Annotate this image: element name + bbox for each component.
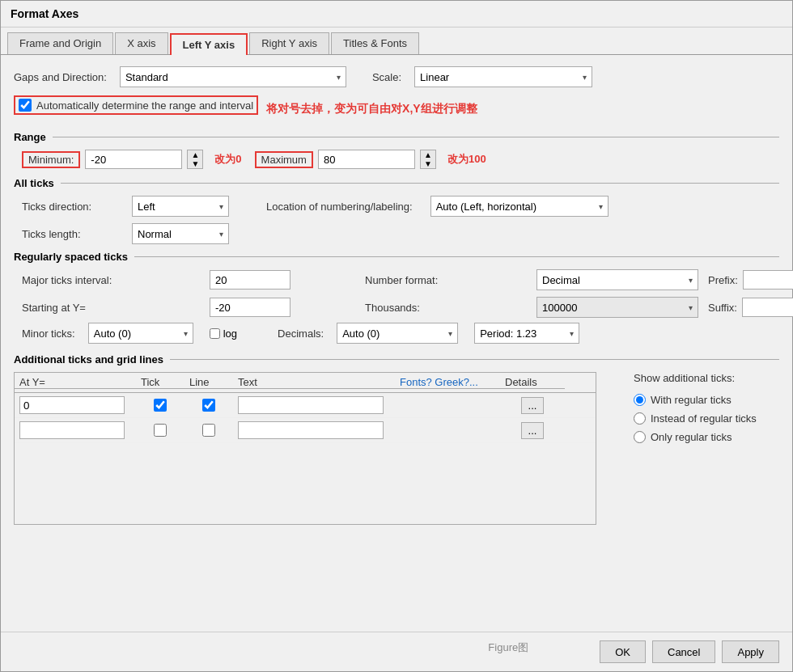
minimum-spinner[interactable]: ▲ ▼ [187,150,203,169]
auto-checkbox-container: Automatically determine the range and in… [14,95,258,115]
maximum-spinner[interactable]: ▲ ▼ [420,150,436,169]
period-select[interactable]: Period: 1.23 ▾ [474,323,579,344]
number-format-select[interactable]: Decimal ▾ [536,269,698,290]
ticks-length-arrow-icon: ▾ [219,230,223,239]
maximum-input[interactable] [318,150,415,169]
major-interval-input[interactable] [210,270,290,290]
col-tick-header: Tick [136,376,184,389]
log-checkbox[interactable] [210,328,220,339]
spinner-down-icon: ▼ [191,159,199,168]
all-ticks-section-label: All ticks [14,177,54,189]
thousands-arrow-icon: ▾ [689,303,693,312]
row2-details: ... [500,422,565,439]
radio-only-regular: Only regular ticks [634,431,757,443]
additional-section-divider: Additional ticks and grid lines [14,353,779,366]
maximum-field: Maximum ▲ ▼ 改为100 [255,150,486,169]
tab-frame-origin[interactable]: Frame and Origin [7,32,113,54]
row2-details-btn[interactable]: ... [521,422,545,439]
period-value: Period: 1.23 [480,328,536,340]
ticks-direction-value: Left [138,201,155,213]
row2-tick-checkbox[interactable] [154,424,167,437]
decimals-label: Decimals: [278,328,324,340]
ticks-length-value: Normal [138,228,172,240]
row2-at [15,421,136,439]
radio-instead-of: Instead of regular ticks [634,412,757,425]
location-select[interactable]: Auto (Left, horizontal) ▾ [430,196,609,217]
location-arrow-icon: ▾ [599,202,603,211]
log-label: log [223,328,237,340]
additional-divider-line [170,359,779,360]
regularly-divider-line [134,256,779,257]
radio-instead-of-input[interactable] [634,412,646,425]
minimum-input[interactable] [85,150,182,169]
row1-details-btn[interactable]: ... [521,397,545,414]
starting-at-input[interactable] [210,298,290,317]
additional-header: At Y= Tick Line Text Fonts? Greek?... [15,373,596,393]
suffix-label: Suffix: [708,302,737,314]
watermark: Figure图 [488,640,528,655]
tab-right-y-axis[interactable]: Right Y axis [249,32,329,54]
col-fonts-header[interactable]: Fonts? Greek?... [395,376,500,389]
regularly-section-divider: Regularly spaced ticks [14,251,779,263]
ok-button[interactable]: OK [600,640,646,663]
all-ticks-divider-line [61,183,779,184]
location-label: Location of numbering/labeling: [266,201,413,213]
radio-only-regular-input[interactable] [634,431,646,443]
tab-bar: Frame and Origin X axis Left Y axis Righ… [1,27,792,55]
location-value: Auto (Left, horizontal) [436,201,536,213]
minor-ticks-arrow-icon: ▾ [184,329,188,338]
col-at-header: At Y= [15,376,136,389]
prefix-label: Prefix: [708,274,738,286]
range-section-divider: Range [14,131,779,143]
prefix-input[interactable] [743,270,793,290]
auto-checkbox[interactable] [19,99,32,112]
range-divider-line [53,137,779,137]
row1-at-input[interactable] [19,396,125,414]
tab-left-y-axis[interactable]: Left Y axis [170,33,248,55]
cancel-button[interactable]: Cancel [652,640,715,663]
auto-annotation: 将对号去掉，变为可自由对X,Y组进行调整 [266,102,477,116]
col-line-header: Line [184,376,233,389]
show-additional-panel: Show additional ticks: With regular tick… [634,372,757,443]
row2-line [184,424,233,437]
format-axes-dialog: Format Axes Frame and Origin X axis Left… [0,0,793,672]
gaps-direction-select[interactable]: Standard ▾ [120,66,346,87]
radio-only-regular-label: Only regular ticks [651,431,732,443]
decimals-select[interactable]: Auto (0) ▾ [337,323,458,344]
row1-line-checkbox[interactable] [202,399,215,412]
regularly-grid: Major ticks interval: Number format: Dec… [14,269,779,318]
thousands-label: Thousands: [365,302,527,314]
radio-with-regular-label: With regular ticks [651,394,732,406]
row1-line [184,399,233,412]
major-interval-label: Major ticks interval: [22,274,200,286]
scale-select[interactable]: Linear ▾ [414,66,592,87]
gaps-direction-value: Standard [125,71,168,83]
row1-text-input[interactable] [238,396,384,414]
thousands-value: 100000 [542,302,577,314]
suffix-field: Suffix: [708,298,793,317]
radio-with-regular-input[interactable] [634,394,646,406]
starting-at-label: Starting at Y= [22,302,200,314]
thousands-select[interactable]: 100000 ▾ [536,297,698,318]
col-text-header: Text [233,376,395,389]
ticks-length-select[interactable]: Normal ▾ [132,223,229,244]
log-check: log [210,328,237,340]
apply-button[interactable]: Apply [722,640,779,663]
row2-at-input[interactable] [19,421,125,439]
spinner-up-icon: ▲ [191,150,199,159]
additional-row-2: ... [15,418,596,443]
period-arrow-icon: ▾ [570,329,574,338]
ticks-direction-select[interactable]: Left ▾ [132,196,229,217]
ticks-direction-row: Ticks direction: Left ▾ Location of numb… [14,196,779,217]
row1-tick-checkbox[interactable] [154,399,167,412]
row2-line-checkbox[interactable] [202,424,215,437]
gaps-direction-label: Gaps and Direction: [14,71,107,83]
tab-x-axis[interactable]: X axis [115,32,168,54]
suffix-input[interactable] [742,298,793,317]
minor-ticks-select[interactable]: Auto (0) ▾ [88,323,193,344]
row2-text-input[interactable] [238,421,384,439]
number-format-value: Decimal [542,274,580,286]
tab-titles-fonts[interactable]: Titles & Fonts [331,32,419,54]
additional-section-label: Additional ticks and grid lines [14,353,163,366]
number-format-arrow-icon: ▾ [689,276,693,285]
